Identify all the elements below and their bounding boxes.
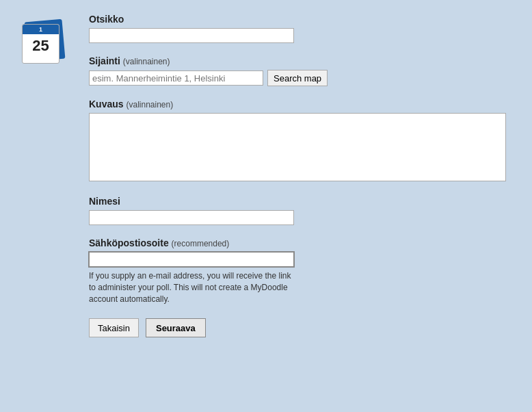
email-hint: If you supply an e-mail address, you wil… [89, 270, 294, 305]
description-optional: (valinnainen) [126, 100, 173, 110]
location-input[interactable] [89, 70, 263, 86]
email-group: Sähköpostiosoite (recommended) If you su… [89, 237, 511, 305]
description-textarea[interactable] [89, 113, 506, 181]
description-wrapper [89, 113, 506, 183]
name-group: Nimesi [89, 196, 511, 225]
calendar-header: 1 [23, 25, 59, 34]
location-row: Search map [89, 70, 511, 86]
email-label: Sähköpostiosoite (recommended) [89, 237, 511, 248]
title-group: Otsikko [89, 14, 511, 43]
back-button[interactable]: Takaisin [89, 318, 139, 337]
name-input[interactable] [89, 210, 294, 225]
calendar-front: 1 25 [22, 24, 59, 64]
calendar-icon: 1 25 [21, 21, 68, 68]
search-map-button[interactable]: Search map [267, 70, 328, 86]
button-row: Takaisin Seuraava [89, 318, 511, 337]
location-label: Sijainti (valinnainen) [89, 55, 511, 66]
calendar-number: 25 [23, 34, 59, 55]
title-input[interactable] [89, 28, 294, 43]
email-recommended: (recommended) [172, 239, 230, 248]
page-container: 1 25 Otsikko Sijainti (valinnainen) Sear… [0, 0, 532, 351]
email-input[interactable] [89, 252, 294, 267]
next-button[interactable]: Seuraava [146, 318, 206, 337]
description-label: Kuvaus (valinnainen) [89, 99, 511, 110]
form-area: Otsikko Sijainti (valinnainen) Search ma… [89, 14, 511, 337]
location-group: Sijainti (valinnainen) Search map [89, 55, 511, 86]
name-label: Nimesi [89, 196, 511, 207]
logo-area: 1 25 [21, 21, 68, 68]
title-label: Otsikko [89, 14, 511, 25]
description-group: Kuvaus (valinnainen) [89, 99, 511, 183]
location-optional: (valinnainen) [123, 57, 170, 66]
